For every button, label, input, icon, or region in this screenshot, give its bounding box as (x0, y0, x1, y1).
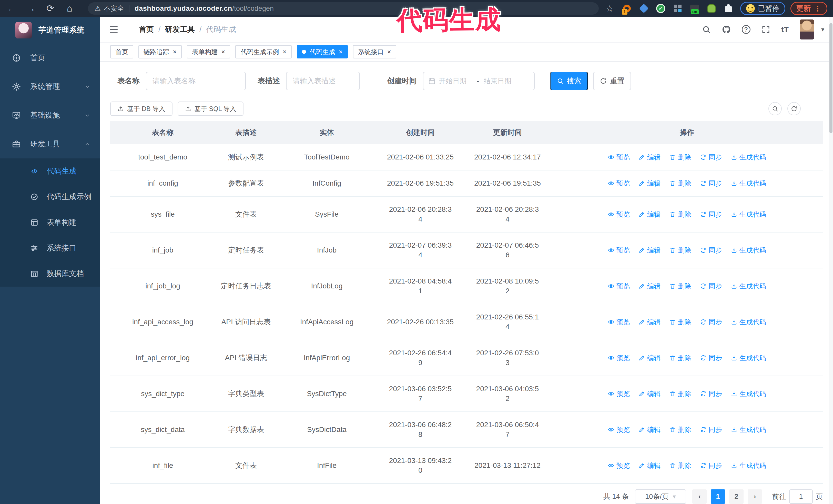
extension-orange-icon[interactable]: 1 (621, 3, 633, 14)
row-action-sync[interactable]: 同步 (700, 210, 722, 219)
tag-tab[interactable]: 系统接口 × (353, 45, 396, 58)
fullscreen-icon[interactable] (761, 25, 770, 34)
breadcrumb-link[interactable]: 代码生成 (206, 24, 236, 34)
row-action-preview[interactable]: 预览 (608, 389, 630, 399)
extension-gem-icon[interactable] (638, 3, 649, 14)
next-page-button[interactable]: › (748, 489, 762, 504)
close-icon[interactable]: × (282, 48, 286, 55)
breadcrumb-link[interactable]: 首页 (139, 24, 154, 34)
address-bar[interactable]: ⚠ 不安全 dashboard.yudao.iocoder.cn /tool/c… (88, 2, 599, 15)
sidebar-item[interactable]: 首页 (0, 44, 100, 72)
end-date-input[interactable] (484, 77, 517, 85)
tag-tab[interactable]: 代码生成 × (297, 45, 348, 58)
row-action-edit[interactable]: 编辑 (639, 210, 661, 219)
close-icon[interactable]: × (221, 48, 225, 55)
refresh-table-button[interactable] (787, 102, 801, 115)
sidebar-item[interactable]: 研发工具 (0, 130, 100, 159)
row-action-sync[interactable]: 同步 (700, 353, 722, 363)
row-action-preview[interactable]: 预览 (608, 461, 630, 471)
table-desc-input[interactable] (286, 72, 360, 90)
page-number-button[interactable]: 2 (729, 489, 743, 504)
scrollbar-thumb[interactable] (829, 23, 832, 133)
kebab-menu-icon[interactable]: ⋮ (814, 4, 822, 13)
close-icon[interactable]: × (173, 48, 176, 55)
github-icon[interactable] (722, 25, 731, 34)
prev-page-button[interactable]: ‹ (692, 489, 707, 504)
row-action-generate-code[interactable]: 生成代码 (731, 461, 766, 471)
search-icon[interactable] (702, 25, 711, 34)
row-action-preview[interactable]: 预览 (608, 245, 630, 255)
row-action-sync[interactable]: 同步 (700, 245, 722, 255)
avatar[interactable] (800, 20, 814, 40)
row-action-delete[interactable]: 删除 (669, 245, 691, 255)
tag-tab[interactable]: 链路追踪 × (138, 45, 182, 58)
row-action-preview[interactable]: 预览 (608, 210, 630, 219)
breadcrumb-link[interactable]: 研发工具 (165, 24, 195, 34)
tag-tab[interactable]: 代码生成示例 × (235, 45, 291, 58)
row-action-edit[interactable]: 编辑 (639, 389, 661, 399)
row-action-delete[interactable]: 删除 (669, 281, 691, 291)
browser-home-icon[interactable]: ⌂ (65, 3, 75, 14)
browser-update-button[interactable]: 更新 ⋮ (790, 2, 827, 15)
sidebar-subitem[interactable]: 系统接口 (0, 235, 100, 261)
row-action-edit[interactable]: 编辑 (639, 178, 661, 188)
extension-check-icon[interactable]: ✓ (655, 3, 666, 14)
row-action-delete[interactable]: 删除 (669, 317, 691, 327)
help-icon[interactable]: ? (742, 25, 751, 34)
row-action-edit[interactable]: 编辑 (639, 353, 661, 363)
close-icon[interactable]: × (387, 48, 391, 55)
page-size-select[interactable]: 10条/页 ▾ (635, 489, 686, 504)
browser-forward-icon[interactable]: → (26, 3, 36, 14)
row-action-sync[interactable]: 同步 (700, 281, 722, 291)
row-action-preview[interactable]: 预览 (608, 425, 630, 434)
avatar-caret-down-icon[interactable]: ▾ (821, 26, 824, 33)
extension-on-icon[interactable]: on (689, 3, 700, 14)
row-action-sync[interactable]: 同步 (700, 425, 722, 434)
row-action-preview[interactable]: 预览 (608, 353, 630, 363)
row-action-generate-code[interactable]: 生成代码 (731, 245, 766, 255)
row-action-generate-code[interactable]: 生成代码 (731, 389, 766, 399)
sidebar-subitem[interactable]: 代码生成 (0, 159, 100, 184)
row-action-delete[interactable]: 删除 (669, 353, 691, 363)
row-action-delete[interactable]: 删除 (669, 152, 691, 162)
row-action-delete[interactable]: 删除 (669, 461, 691, 471)
tag-tab[interactable]: 首页 (110, 45, 133, 58)
row-action-delete[interactable]: 删除 (669, 210, 691, 219)
sidebar-item[interactable]: 基础设施 (0, 101, 100, 130)
browser-reload-icon[interactable]: ⟳ (45, 3, 55, 14)
extensions-puzzle-icon[interactable] (723, 3, 734, 14)
row-action-sync[interactable]: 同步 (700, 461, 722, 471)
row-action-generate-code[interactable]: 生成代码 (731, 425, 766, 434)
close-icon[interactable]: × (339, 48, 343, 55)
row-action-preview[interactable]: 预览 (608, 281, 630, 291)
search-button[interactable]: 搜索 (550, 72, 588, 90)
row-action-edit[interactable]: 编辑 (639, 245, 661, 255)
sidebar-item[interactable]: 系统管理 (0, 72, 100, 101)
row-action-edit[interactable]: 编辑 (639, 152, 661, 162)
row-action-sync[interactable]: 同步 (700, 152, 722, 162)
bookmark-star-icon[interactable]: ☆ (606, 3, 614, 14)
goto-page-input[interactable] (789, 489, 813, 504)
toggle-search-button[interactable] (768, 102, 782, 115)
row-action-generate-code[interactable]: 生成代码 (731, 353, 766, 363)
tag-tab[interactable]: 表单构建 × (187, 45, 230, 58)
page-scrollbar[interactable] (829, 17, 833, 504)
row-action-sync[interactable]: 同步 (700, 317, 722, 327)
row-action-edit[interactable]: 编辑 (639, 281, 661, 291)
row-action-sync[interactable]: 同步 (700, 389, 722, 399)
import-sql-button[interactable]: 基于 SQL 导入 (177, 101, 243, 116)
row-action-preview[interactable]: 预览 (608, 152, 630, 162)
sidebar-subitem[interactable]: 表单构建 (0, 210, 100, 235)
row-action-preview[interactable]: 预览 (608, 317, 630, 327)
sidebar-subitem[interactable]: 数据库文档 (0, 261, 100, 287)
row-action-delete[interactable]: 删除 (669, 425, 691, 434)
page-number-button[interactable]: 1 (711, 489, 725, 504)
row-action-delete[interactable]: 删除 (669, 389, 691, 399)
reset-button[interactable]: 重置 (593, 72, 631, 90)
extension-droid-icon[interactable] (706, 3, 717, 14)
row-action-edit[interactable]: 编辑 (639, 461, 661, 471)
hamburger-icon[interactable] (109, 24, 119, 34)
row-action-generate-code[interactable]: 生成代码 (731, 317, 766, 327)
row-action-edit[interactable]: 编辑 (639, 425, 661, 434)
row-action-sync[interactable]: 同步 (700, 178, 722, 188)
